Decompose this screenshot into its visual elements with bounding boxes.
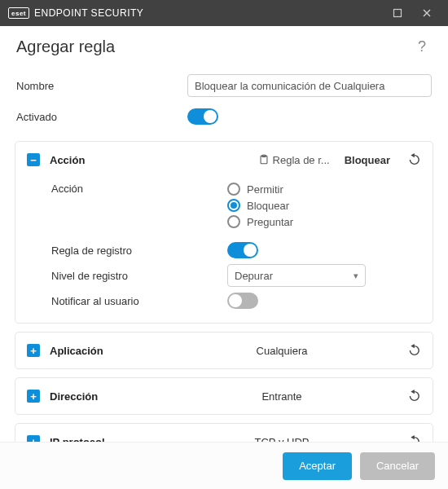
- chevron-down-icon: ▾: [354, 271, 358, 281]
- panel-protocol-title: IP protocol: [50, 436, 164, 443]
- action-radio-block[interactable]: Bloquear: [227, 199, 293, 212]
- expand-icon: +: [27, 344, 40, 357]
- radio-icon: [227, 215, 240, 228]
- revert-action-button[interactable]: [405, 152, 421, 168]
- action-label: Acción: [51, 183, 227, 195]
- window-maximize-button[interactable]: [383, 0, 412, 26]
- enabled-label: Activado: [16, 111, 187, 123]
- window-close-button[interactable]: [412, 0, 441, 26]
- product-logo: eset ENDPOINT SECURITY: [8, 7, 143, 19]
- panel-application: + Aplicación Cualquiera: [15, 332, 433, 369]
- enabled-toggle[interactable]: [187, 108, 218, 125]
- action-radio-block-label: Bloquear: [247, 200, 289, 212]
- action-radio-permit-label: Permitir: [247, 183, 283, 196]
- cancel-button[interactable]: Cancelar: [360, 452, 435, 480]
- panel-direction-title: Dirección: [50, 390, 164, 403]
- panel-application-header[interactable]: + Aplicación Cualquiera: [15, 333, 433, 368]
- panel-application-summary: Cualquiera: [173, 345, 390, 357]
- action-radio-ask[interactable]: Preguntar: [227, 215, 293, 228]
- product-name: ENDPOINT SECURITY: [34, 7, 143, 19]
- panel-action: − Acción Regla de r... Bloquear Acción: [15, 141, 433, 324]
- panel-protocol-header[interactable]: + IP protocol TCP y UDP: [15, 424, 433, 442]
- log-rule-toggle[interactable]: [227, 242, 258, 258]
- dialog-footer: Aceptar Cancelar: [0, 442, 448, 489]
- help-button[interactable]: ?: [412, 38, 432, 55]
- panel-action-summary: Bloquear: [345, 154, 390, 166]
- panel-action-title: Acción: [50, 154, 164, 166]
- panel-protocol: + IP protocol TCP y UDP: [15, 423, 433, 442]
- log-level-value: Depurar: [235, 270, 273, 282]
- ok-button[interactable]: Aceptar: [283, 452, 352, 480]
- panel-protocol-summary: TCP y UDP: [173, 436, 390, 443]
- panel-direction-header[interactable]: + Dirección Entrante: [15, 378, 433, 414]
- logo-badge: eset: [8, 7, 29, 19]
- radio-icon: [227, 199, 240, 212]
- page-title: Agregar regla: [16, 37, 412, 56]
- titlebar: eset ENDPOINT SECURITY: [0, 0, 448, 26]
- name-input[interactable]: [187, 74, 432, 97]
- notify-toggle[interactable]: [227, 293, 258, 309]
- log-rule-label: Regla de registro: [51, 244, 227, 257]
- expand-icon: +: [27, 435, 40, 442]
- svg-rect-0: [394, 10, 402, 17]
- notify-label: Notificar al usuario: [51, 295, 227, 307]
- panel-action-header[interactable]: − Acción Regla de r... Bloquear: [15, 142, 433, 178]
- log-level-select[interactable]: Depurar ▾: [227, 264, 366, 287]
- action-radio-permit[interactable]: Permitir: [227, 183, 293, 196]
- content-scroll[interactable]: Agregar regla ? Nombre Activado − Acción…: [0, 26, 448, 442]
- panel-direction: + Dirección Entrante: [15, 377, 433, 415]
- action-radio-group: Permitir Bloquear Preguntar: [227, 183, 293, 228]
- expand-icon: +: [27, 390, 40, 403]
- collapse-icon: −: [27, 153, 40, 166]
- panel-direction-summary: Entrante: [173, 390, 390, 403]
- revert-protocol-button[interactable]: [405, 434, 421, 442]
- log-rule-chip-text: Regla de r...: [273, 154, 330, 166]
- radio-icon: [227, 183, 240, 196]
- revert-direction-button[interactable]: [405, 388, 421, 404]
- revert-application-button[interactable]: [405, 342, 421, 359]
- action-radio-ask-label: Preguntar: [247, 216, 293, 228]
- name-label: Nombre: [16, 80, 187, 92]
- panel-application-title: Aplicación: [50, 345, 164, 357]
- log-rule-chip: Regla de r...: [258, 154, 330, 166]
- log-level-label: Nivel de registro: [51, 270, 227, 282]
